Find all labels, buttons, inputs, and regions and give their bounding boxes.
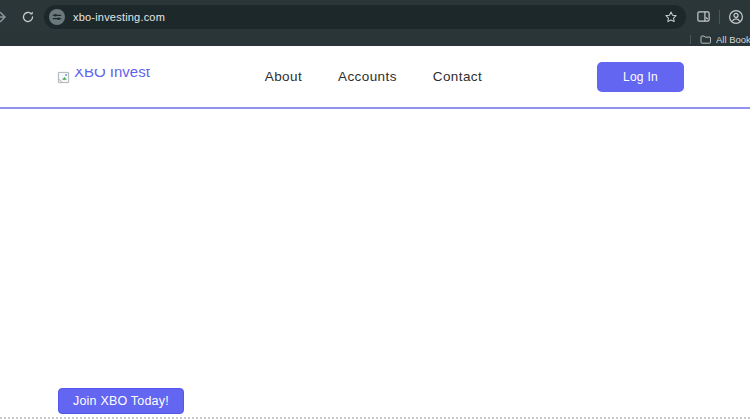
star-icon	[664, 10, 678, 24]
nav-link-about[interactable]: About	[265, 69, 302, 84]
profile-button[interactable]	[728, 9, 744, 25]
reload-button[interactable]	[20, 9, 36, 25]
site-logo-broken-image[interactable]: XBO Invest	[57, 69, 150, 84]
url-text: xbo-investing.com	[73, 11, 165, 23]
all-bookmarks-button[interactable]	[700, 35, 711, 44]
all-bookmarks-label[interactable]: All Bookmarks	[716, 34, 750, 45]
side-panel-button[interactable]	[696, 9, 711, 24]
bookmarks-bar: All Bookmarks	[0, 33, 750, 46]
browser-toolbar: xbo-investing.com	[0, 0, 750, 33]
nav-link-contact[interactable]: Contact	[433, 69, 482, 84]
address-bar[interactable]: xbo-investing.com	[44, 5, 686, 29]
bookmarks-separator	[690, 35, 691, 44]
forward-arrow-icon	[0, 9, 8, 25]
reload-icon	[21, 10, 35, 24]
site-logo-alt-text: XBO Invest	[74, 69, 150, 79]
toolbar-separator	[719, 10, 720, 24]
forward-button[interactable]	[0, 9, 8, 25]
site-info-button[interactable]	[49, 9, 65, 25]
folder-icon	[700, 35, 711, 44]
login-button[interactable]: Log In	[597, 62, 684, 92]
broken-image-icon	[57, 71, 70, 84]
bookmark-star-button[interactable]	[664, 10, 678, 24]
nav-link-accounts[interactable]: Accounts	[338, 69, 397, 84]
side-panel-icon	[696, 9, 711, 24]
tune-icon	[52, 12, 62, 22]
section-dotted-divider	[0, 417, 750, 419]
profile-icon	[728, 9, 744, 25]
main-nav: About Accounts Contact	[265, 69, 482, 84]
site-header: XBO Invest About Accounts Contact Log In	[0, 46, 750, 109]
join-cta-button[interactable]: Join XBO Today!	[58, 388, 184, 414]
browser-chrome: xbo-investing.com	[0, 0, 750, 46]
page-viewport: XBO Invest About Accounts Contact Log In…	[0, 46, 750, 420]
